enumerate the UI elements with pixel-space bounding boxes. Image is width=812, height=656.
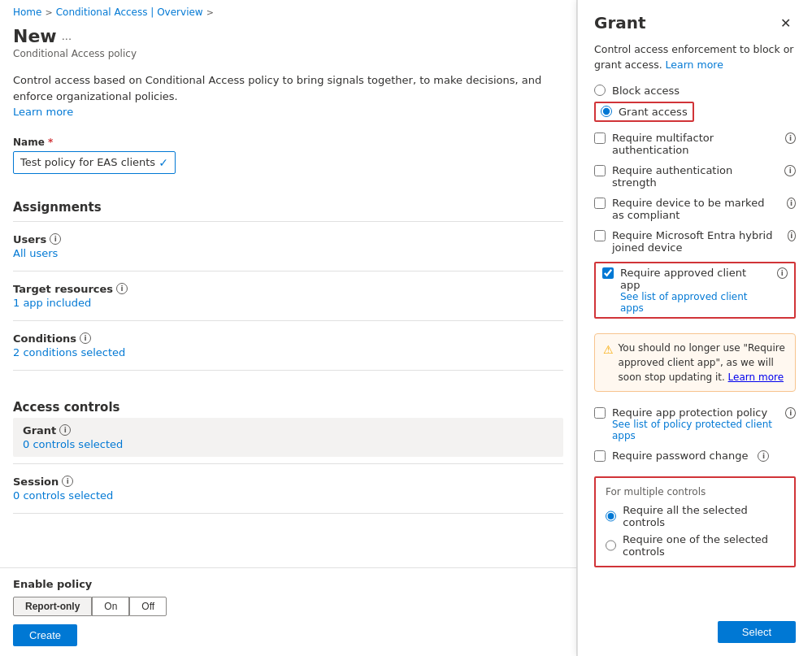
multiple-controls-title: For multiple controls: [606, 486, 784, 497]
grant-checkbox-list: Require multifactor authentication i Req…: [594, 132, 796, 462]
grant-access-highlight: Grant access: [594, 102, 694, 122]
block-access-radio[interactable]: [594, 85, 606, 96]
grant-subsection[interactable]: Grant i 0 controls selected: [13, 418, 563, 457]
grant-label: Grant i: [23, 424, 554, 437]
close-button[interactable]: ✕: [775, 14, 796, 33]
session-label: Session i: [13, 476, 563, 488]
access-controls-title: Access controls: [13, 400, 563, 415]
password-change-info-icon[interactable]: i: [758, 450, 769, 462]
grant-access-item: Grant access: [594, 102, 796, 122]
target-resources-value[interactable]: 1 app included: [13, 297, 563, 309]
assignments-section: Assignments Users i All users Target res…: [0, 180, 576, 384]
checkbox-password-change: Require password change i: [594, 450, 796, 462]
users-subsection: Users i All users: [13, 228, 563, 264]
password-change-label: Require password change: [612, 450, 748, 462]
warning-box: ⚠ You should no longer use "Require appr…: [594, 333, 796, 392]
description-block: Control access based on Conditional Acce…: [0, 66, 576, 130]
app-protection-link[interactable]: See list of policy protected client apps: [612, 419, 775, 441]
grant-access-radio[interactable]: [601, 106, 612, 117]
target-resources-info-icon[interactable]: i: [116, 283, 128, 294]
name-value: Test policy for EAS clients: [20, 156, 155, 168]
mfa-info-icon[interactable]: i: [785, 133, 796, 144]
auth-strength-info-icon[interactable]: i: [784, 165, 796, 176]
approved-app-checkbox[interactable]: [602, 267, 614, 279]
conditions-label: Conditions i: [13, 332, 563, 345]
app-protection-info-icon[interactable]: i: [785, 407, 796, 419]
warning-text: You should no longer use "Require approv…: [619, 341, 787, 384]
approved-app-link[interactable]: See list of approved client apps: [620, 291, 767, 314]
require-all-item: Require all the selected controls: [606, 504, 784, 528]
conditions-subsection: Conditions i 2 conditions selected: [13, 328, 563, 363]
block-access-label: Block access: [612, 85, 680, 97]
left-panel: Home > Conditional Access | Overview > N…: [0, 0, 577, 656]
checkbox-mfa: Require multifactor authentication i: [594, 132, 796, 156]
hybrid-info-icon[interactable]: i: [788, 230, 796, 241]
page-header: New ... Conditional Access policy: [0, 23, 576, 66]
divider-4: [13, 370, 563, 371]
select-button[interactable]: Select: [718, 621, 796, 643]
conditions-info-icon[interactable]: i: [80, 332, 91, 344]
divider-6: [13, 513, 563, 514]
require-all-label: Require all the selected controls: [623, 504, 784, 528]
require-all-radio[interactable]: [606, 510, 616, 522]
target-resources-subsection: Target resources i 1 app included: [13, 278, 563, 314]
breadcrumb-conditional-access[interactable]: Conditional Access | Overview: [56, 7, 203, 18]
checkbox-auth-strength: Require authentication strength i: [594, 164, 796, 189]
checkbox-approved-app-highlight: Require approved client app See list of …: [594, 262, 796, 319]
breadcrumb-home[interactable]: Home: [13, 7, 41, 18]
require-one-label: Require one of the selected controls: [623, 533, 784, 558]
breadcrumb: Home > Conditional Access | Overview >: [0, 0, 576, 23]
divider-5: [13, 463, 563, 464]
bottom-bar: Select: [594, 602, 796, 643]
access-controls-section: Access controls Grant i 0 controls selec…: [0, 384, 576, 530]
checkbox-approved-app: Require approved client app See list of …: [602, 267, 788, 314]
enable-policy-section: Enable policy Report-only On Off Create: [0, 567, 576, 656]
approved-app-info-icon[interactable]: i: [777, 267, 788, 279]
users-info-icon[interactable]: i: [50, 233, 61, 245]
access-radio-group: Block access Grant access: [594, 85, 796, 122]
target-resources-label: Target resources i: [13, 283, 563, 295]
password-change-checkbox[interactable]: [594, 450, 606, 462]
toggle-on[interactable]: On: [92, 597, 129, 616]
grant-access-label: Grant access: [619, 106, 688, 118]
warning-icon: ⚠: [603, 341, 614, 358]
app-protection-label: Require app protection policy: [612, 406, 775, 419]
required-marker: *: [48, 137, 53, 148]
mfa-checkbox[interactable]: [594, 133, 606, 144]
warning-learn-more[interactable]: Learn more: [728, 371, 784, 383]
require-one-item: Require one of the selected controls: [606, 533, 784, 558]
conditions-value[interactable]: 2 conditions selected: [13, 346, 563, 358]
session-info-icon[interactable]: i: [62, 476, 73, 487]
hybrid-checkbox[interactable]: [594, 230, 606, 241]
multiple-controls-radio-group: Require all the selected controls Requir…: [606, 504, 784, 558]
compliant-info-icon[interactable]: i: [787, 198, 796, 209]
grant-info-icon[interactable]: i: [59, 424, 71, 436]
assignments-title: Assignments: [13, 200, 563, 215]
page-title-text: New: [13, 26, 57, 46]
compliant-label: Require device to be marked as compliant: [612, 197, 777, 221]
name-section: Name * Test policy for EAS clients ✓: [0, 130, 576, 180]
toggle-off[interactable]: Off: [129, 597, 167, 616]
session-value[interactable]: 0 controls selected: [13, 489, 563, 502]
divider-1: [13, 221, 563, 222]
session-subsection: Session i 0 controls selected: [13, 471, 563, 506]
description-text: Control access based on Conditional Acce…: [13, 74, 541, 102]
checkbox-hybrid: Require Microsoft Entra hybrid joined de…: [594, 229, 796, 254]
auth-strength-label: Require authentication strength: [612, 164, 775, 189]
create-button[interactable]: Create: [13, 624, 77, 646]
panel-header: Grant ✕: [594, 13, 796, 33]
panel-learn-more[interactable]: Learn more: [666, 59, 723, 71]
checkbox-compliant: Require device to be marked as compliant…: [594, 197, 796, 221]
description-learn-more[interactable]: Learn more: [13, 106, 73, 118]
grant-value[interactable]: 0 controls selected: [23, 438, 554, 450]
app-protection-checkbox[interactable]: [594, 407, 606, 419]
toggle-report-only[interactable]: Report-only: [13, 597, 92, 616]
page-ellipsis: ...: [62, 30, 72, 42]
name-input[interactable]: Test policy for EAS clients ✓: [13, 151, 176, 174]
hybrid-label: Require Microsoft Entra hybrid joined de…: [612, 229, 778, 254]
users-value[interactable]: All users: [13, 247, 563, 259]
auth-strength-checkbox[interactable]: [594, 165, 606, 176]
divider-3: [13, 320, 563, 321]
require-one-radio[interactable]: [606, 540, 616, 551]
compliant-checkbox[interactable]: [594, 198, 606, 209]
